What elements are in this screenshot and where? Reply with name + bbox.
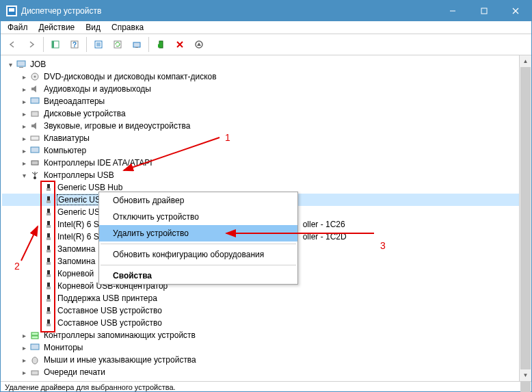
ctx-disable-device[interactable]: Отключить устройство — [99, 209, 297, 225]
dvd-drive-icon — [29, 71, 40, 82]
tree-item-usb-controllers[interactable]: ▾ Контроллеры USB — [2, 169, 519, 181]
ctx-uninstall-device[interactable]: Удалить устройство — [99, 225, 297, 241]
tree-label: Поддержка USB принтера — [57, 293, 158, 303]
tree-label: Generic US — [57, 207, 101, 217]
menubar: Файл Действие Вид Справка — [1, 21, 531, 34]
tree-label: Generic US — [57, 194, 102, 205]
titlebar[interactable]: Диспетчер устройств — [1, 1, 531, 21]
scroll-thumb[interactable] — [520, 67, 531, 392]
svg-rect-44 — [47, 221, 50, 225]
toolbar-properties-button[interactable] — [90, 36, 107, 53]
toolbar-help-button[interactable]: ? — [66, 36, 83, 53]
tree-item-printq[interactable]: ▸ Очереди печати — [2, 366, 519, 378]
usb-device-icon — [43, 305, 54, 316]
tree-label: Аудиовходы и аудиовыходы — [43, 84, 152, 94]
toolbar-update-button[interactable] — [109, 36, 127, 53]
expand-icon[interactable]: ▸ — [18, 356, 29, 364]
close-button[interactable] — [500, 1, 531, 21]
tree-item-keyboard[interactable]: ▸ Клавиатуры — [2, 132, 519, 144]
expand-icon[interactable]: ▸ — [18, 86, 29, 93]
svg-rect-7 — [52, 41, 54, 48]
tree-item-disk[interactable]: ▸ Дисковые устройства — [2, 107, 519, 120]
tree-item-monitor[interactable]: ▸ Мониторы — [2, 341, 519, 354]
expand-icon[interactable]: ▸ — [18, 344, 29, 352]
scroll-down-button[interactable]: ▼ — [520, 369, 531, 381]
expand-icon[interactable]: ▸ — [18, 369, 29, 376]
tree-item-computer[interactable]: ▸ Компьютер — [2, 144, 519, 157]
tree-label: Intel(R) 6 S — [57, 232, 100, 241]
menu-action[interactable]: Действие — [34, 21, 81, 34]
expand-icon[interactable]: ▸ — [18, 110, 29, 118]
minimize-button[interactable] — [437, 1, 468, 21]
toolbar-back-button[interactable] — [3, 36, 21, 53]
toolbar-disable-button[interactable] — [190, 36, 208, 53]
expand-icon[interactable]: ▸ — [18, 122, 29, 130]
collapse-icon[interactable]: ▾ — [5, 61, 16, 68]
tree-root[interactable]: ▾ JOB — [2, 58, 519, 70]
tree-label: Контроллеры USB — [43, 170, 115, 180]
svg-rect-1 — [9, 8, 14, 12]
expand-icon[interactable]: ▸ — [18, 159, 29, 167]
tree-label: JOB — [29, 60, 46, 69]
toolbar-scan-button[interactable] — [128, 36, 146, 53]
maximize-button[interactable] — [468, 1, 500, 21]
tree-item-usb-device[interactable]: · Составное USB устройство — [2, 304, 519, 317]
tree-item-mouse[interactable]: ▸ Мыши и иные указывающие устройства — [2, 354, 519, 366]
menu-help[interactable]: Справка — [106, 21, 149, 34]
tree-item-ide[interactable]: ▸ Контроллеры IDE ATA/ATAPI — [2, 157, 519, 169]
expand-icon[interactable]: ▸ — [18, 147, 29, 155]
tree-label-tail: oller - 1C2D — [302, 232, 347, 241]
svg-rect-42 — [47, 209, 50, 213]
speaker-icon — [29, 120, 40, 131]
status-text: Удаление драйвера для выбранного устройс… — [5, 383, 176, 391]
tree-label: Составное USB устройство — [57, 318, 163, 328]
svg-point-26 — [34, 76, 36, 78]
toolbar-showhide-button[interactable] — [46, 36, 64, 53]
svg-text:?: ? — [72, 41, 77, 49]
expand-icon[interactable]: ▸ — [18, 73, 29, 81]
scroll-up-button[interactable]: ▲ — [520, 55, 531, 67]
toolbar-enable-button[interactable] — [152, 36, 170, 53]
ctx-scan-hardware[interactable]: Обновить конфигурацию оборудования — [99, 246, 297, 263]
tree-label: Контроллеры IDE ATA/ATAPI — [43, 158, 153, 168]
usb-device-icon — [43, 219, 54, 230]
tree-item-audio[interactable]: ▸ Аудиовходы и аудиовыходы — [2, 83, 519, 95]
tree-item-usb-device[interactable]: · Поддержка USB принтера — [2, 292, 519, 304]
vertical-scrollbar[interactable]: ▲ ▼ — [519, 55, 531, 381]
usb-device-icon — [43, 280, 54, 291]
ctx-properties[interactable]: Свойства — [99, 267, 297, 284]
expand-icon[interactable]: ▸ — [18, 98, 29, 105]
expand-icon[interactable]: ▸ — [18, 332, 29, 339]
svg-line-37 — [35, 172, 38, 174]
tree-item-storage[interactable]: ▸ Контроллеры запоминающих устройств — [2, 329, 519, 341]
tree-item-usb-device[interactable]: · Составное USB устройство — [2, 317, 519, 329]
tree-label: Клавиатуры — [43, 133, 90, 143]
svg-marker-22 — [197, 42, 201, 46]
tree-label: Очереди печати — [43, 367, 106, 377]
svg-rect-56 — [47, 295, 50, 299]
tree-item-dvd[interactable]: ▸ DVD-дисководы и дисководы компакт-диск… — [2, 70, 519, 83]
menu-file[interactable]: Файл — [2, 21, 34, 34]
tree-item-video[interactable]: ▸ Видеоадаптеры — [2, 95, 519, 107]
tree-label: Корневой — [57, 269, 94, 278]
svg-rect-3 — [481, 8, 487, 14]
toolbar-uninstall-button[interactable] — [171, 36, 189, 53]
svg-rect-59 — [46, 311, 51, 314]
menu-view[interactable]: Вид — [80, 21, 106, 34]
tree-label: Intel(R) 6 S — [57, 220, 100, 229]
statusbar: Удаление драйвера для выбранного устройс… — [1, 381, 531, 392]
monitor-icon — [29, 342, 40, 353]
svg-rect-62 — [31, 332, 38, 335]
tree-item-sound[interactable]: ▸ Звуковые, игровые и видеоустройства — [2, 120, 519, 132]
toolbar-forward-button[interactable] — [23, 36, 40, 53]
svg-rect-45 — [46, 225, 51, 228]
computer-icon — [16, 59, 27, 70]
toolbar: ? — [1, 34, 531, 55]
svg-rect-43 — [46, 213, 51, 215]
expand-icon[interactable]: ▸ — [18, 135, 29, 142]
app-icon — [6, 5, 17, 16]
tree-label: DVD-дисководы и дисководы компакт-дисков — [43, 72, 217, 81]
collapse-icon[interactable]: ▾ — [18, 172, 29, 179]
svg-rect-61 — [46, 324, 51, 326]
ctx-update-driver[interactable]: Обновить драйвер — [99, 192, 297, 209]
